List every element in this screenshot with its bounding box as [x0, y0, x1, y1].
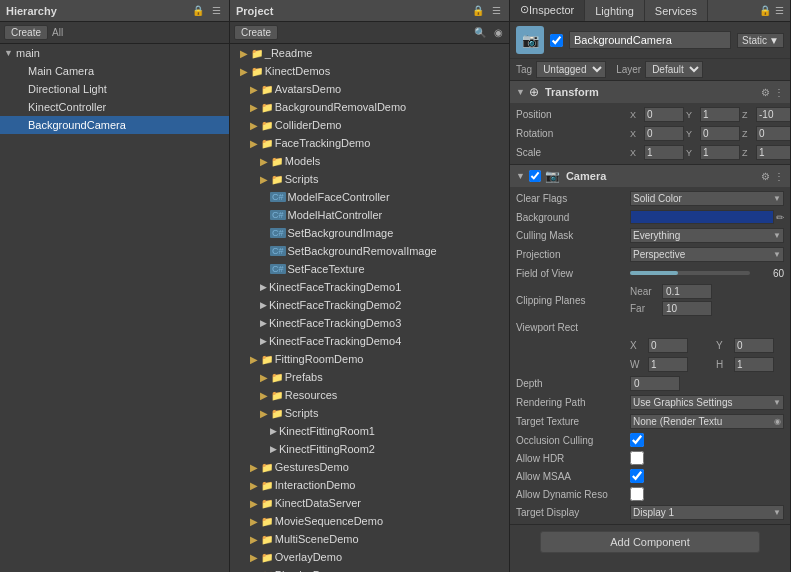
- project-item-prefabs[interactable]: ▶ 📁Prefabs: [230, 368, 509, 386]
- project-item-avatars-demo[interactable]: ▶ 📁AvatarsDemo: [230, 80, 509, 98]
- project-item-fitting-room-demo[interactable]: ▶ 📁FittingRoomDemo: [230, 350, 509, 368]
- tab-inspector[interactable]: ⊙ Inspector: [510, 0, 585, 21]
- project-item-scripts2[interactable]: ▶ 📁Scripts: [230, 404, 509, 422]
- project-item-readme[interactable]: ▶ 📁_Readme: [230, 44, 509, 62]
- project-item-movie-sequence-demo[interactable]: ▶ 📁MovieSequenceDemo: [230, 512, 509, 530]
- project-item-kinect-face-tracking-demo3[interactable]: ▶ KinectFaceTrackingDemo3: [230, 314, 509, 332]
- project-item-kinect-fitting-room1[interactable]: ▶ KinectFittingRoom1: [230, 422, 509, 440]
- vp-h-input[interactable]: [734, 357, 774, 372]
- camera-enabled-checkbox[interactable]: [529, 170, 541, 182]
- tree-arrow-main: ▼: [4, 48, 16, 58]
- static-badge[interactable]: Static ▼: [737, 33, 784, 48]
- project-item-kinect-face-tracking-demo2[interactable]: ▶ KinectFaceTrackingDemo2: [230, 296, 509, 314]
- hierarchy-menu-icon[interactable]: ☰: [210, 4, 223, 17]
- fov-slider[interactable]: 60: [630, 268, 784, 279]
- tab-lighting[interactable]: Lighting: [585, 0, 645, 21]
- camera-overflow-icon[interactable]: ⋮: [774, 171, 784, 182]
- camera-header[interactable]: ▼ 📷 Camera ⚙ ⋮: [510, 165, 790, 187]
- near-input[interactable]: [662, 284, 712, 299]
- target-texture-select[interactable]: None (Render Textu ◉: [630, 414, 784, 429]
- project-item-kinect-fitting-room2[interactable]: ▶ KinectFittingRoom2: [230, 440, 509, 458]
- project-item-physics-demo[interactable]: ▶ 📁PhysicsDemo: [230, 566, 509, 572]
- vp-y-input[interactable]: [734, 338, 774, 353]
- inspector-menu-icon[interactable]: ☰: [773, 4, 786, 17]
- project-item-scripts[interactable]: ▶ 📁Scripts: [230, 170, 509, 188]
- target-display-select[interactable]: Display 1 ▼: [630, 505, 784, 520]
- project-item-model-hat-controller[interactable]: C#ModelHatController: [230, 206, 509, 224]
- culling-mask-select[interactable]: Everything ▼: [630, 228, 784, 243]
- rot-y-input[interactable]: [700, 126, 740, 141]
- project-item-face-tracking-demo[interactable]: ▶ 📁FaceTrackingDemo: [230, 134, 509, 152]
- position-xyz: X Y Z: [630, 107, 790, 122]
- project-item-background-removal-demo[interactable]: ▶ 📁BackgroundRemovalDemo: [230, 98, 509, 116]
- project-menu-icon[interactable]: ☰: [490, 4, 503, 17]
- project-item-set-face-texture[interactable]: C#SetFaceTexture: [230, 260, 509, 278]
- project-nav-icon[interactable]: ◉: [492, 26, 505, 39]
- clear-flags-select[interactable]: Solid Color ▼: [630, 191, 784, 206]
- depth-input[interactable]: [630, 376, 680, 391]
- far-input[interactable]: [662, 301, 712, 316]
- project-item-set-background-removal-image[interactable]: C#SetBackgroundRemovalImage: [230, 242, 509, 260]
- hierarchy-item-kinect-controller[interactable]: KinectController: [0, 98, 229, 116]
- project-item-kinect-demos[interactable]: ▶ 📁KinectDemos: [230, 62, 509, 80]
- tab-services[interactable]: Services: [645, 0, 708, 21]
- hierarchy-item-background-camera[interactable]: BackgroundCamera: [0, 116, 229, 134]
- hierarchy-item-main-camera[interactable]: Main Camera: [0, 62, 229, 80]
- hdr-checkbox[interactable]: [630, 451, 644, 465]
- project-item-gestures-demo[interactable]: ▶ 📁GesturesDemo: [230, 458, 509, 476]
- project-item-multi-scene-demo[interactable]: ▶ 📁MultiSceneDemo: [230, 530, 509, 548]
- dynamic-checkbox[interactable]: [630, 487, 644, 501]
- msaa-checkbox[interactable]: [630, 469, 644, 483]
- project-search-icon[interactable]: 🔍: [472, 26, 488, 39]
- rot-z-input[interactable]: [756, 126, 790, 141]
- tree-label-main: main: [16, 47, 40, 59]
- tree-label-main-camera: Main Camera: [28, 65, 94, 77]
- object-name-field[interactable]: [569, 31, 731, 49]
- pos-x-input[interactable]: [644, 107, 684, 122]
- project-item-interaction-demo[interactable]: ▶ 📁InteractionDemo: [230, 476, 509, 494]
- project-item-kinect-face-tracking-demo1[interactable]: ▶ KinectFaceTrackingDemo1: [230, 278, 509, 296]
- rot-y-label: Y: [686, 129, 698, 139]
- transform-header[interactable]: ▼ ⊕ Transform ⚙ ⋮: [510, 81, 790, 103]
- rendering-path-select[interactable]: Use Graphics Settings ▼: [630, 395, 784, 410]
- hierarchy-lock-icon[interactable]: 🔒: [190, 4, 206, 17]
- tag-select[interactable]: Untagged: [536, 61, 606, 78]
- inspector-lock-icon[interactable]: 🔒: [757, 4, 773, 17]
- project-item-kinect-data-server[interactable]: ▶ 📁KinectDataServer: [230, 494, 509, 512]
- transform-settings-icon[interactable]: ⚙: [761, 87, 770, 98]
- projection-select[interactable]: Perspective ▼: [630, 247, 784, 262]
- background-picker-icon[interactable]: ✏: [776, 212, 784, 223]
- hierarchy-item-directional-light[interactable]: Directional Light: [0, 80, 229, 98]
- pos-z-label: Z: [742, 110, 754, 120]
- layer-select[interactable]: Default: [645, 61, 703, 78]
- occlusion-checkbox[interactable]: [630, 433, 644, 447]
- pos-z-input[interactable]: [756, 107, 790, 122]
- project-item-set-background-image[interactable]: C#SetBackgroundImage: [230, 224, 509, 242]
- project-item-models[interactable]: ▶ 📁Models: [230, 152, 509, 170]
- project-create-button[interactable]: Create: [234, 25, 278, 40]
- scale-z-input[interactable]: [756, 145, 790, 160]
- background-color-swatch[interactable]: [630, 210, 774, 224]
- add-component-button[interactable]: Add Component: [540, 531, 760, 553]
- pos-y-input[interactable]: [700, 107, 740, 122]
- project-item-resources[interactable]: ▶ 📁Resources: [230, 386, 509, 404]
- hierarchy-item-main[interactable]: ▼main: [0, 44, 229, 62]
- vp-w-input[interactable]: [648, 357, 688, 372]
- project-item-overlay-demo[interactable]: ▶ 📁OverlayDemo: [230, 548, 509, 566]
- project-item-kinect-face-tracking-demo4[interactable]: ▶ KinectFaceTrackingDemo4: [230, 332, 509, 350]
- scale-y-input[interactable]: [700, 145, 740, 160]
- folder-icon: ▶ 📁: [250, 552, 273, 563]
- transform-overflow-icon[interactable]: ⋮: [774, 87, 784, 98]
- project-item-collider-demo[interactable]: ▶ 📁ColliderDemo: [230, 116, 509, 134]
- rot-x-input[interactable]: [644, 126, 684, 141]
- vp-x-input[interactable]: [648, 338, 688, 353]
- proj-label-interaction-demo: InteractionDemo: [275, 479, 356, 491]
- camera-settings-icon[interactable]: ⚙: [761, 171, 770, 182]
- project-lock-icon[interactable]: 🔒: [470, 4, 486, 17]
- background-color-picker[interactable]: ✏: [630, 210, 784, 224]
- scale-x-input[interactable]: [644, 145, 684, 160]
- hierarchy-create-button[interactable]: Create: [4, 25, 48, 40]
- position-label: Position: [516, 109, 626, 120]
- project-item-model-face-controller[interactable]: C#ModelFaceController: [230, 188, 509, 206]
- object-enabled-checkbox[interactable]: [550, 34, 563, 47]
